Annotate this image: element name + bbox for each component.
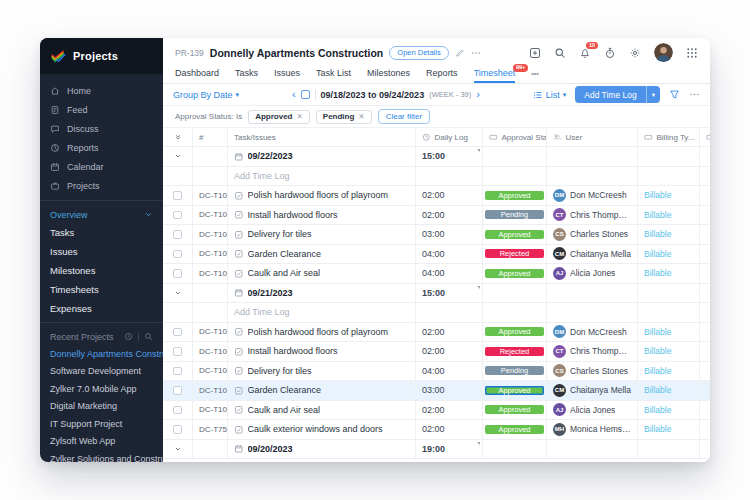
add-time-log-cell[interactable]: Add Time Log <box>228 303 416 322</box>
task-name[interactable]: Delivery for tiles <box>248 366 312 376</box>
task-name[interactable]: Caulk exterior windows and doors <box>248 424 383 434</box>
daily-log-cell[interactable]: 04:00 <box>416 245 483 264</box>
sidebar-item-expenses[interactable]: Expenses <box>40 299 163 318</box>
add-time-log-row[interactable]: Add Time Log <box>163 167 710 187</box>
plus-icon[interactable] <box>529 47 541 59</box>
tabs-more-icon[interactable]: ••• <box>531 70 538 83</box>
remove-chip-icon[interactable]: ✕ <box>358 112 364 121</box>
filter-icon[interactable] <box>669 89 680 100</box>
column-header-user[interactable]: User <box>547 128 638 146</box>
task-name[interactable]: Garden Clearance <box>248 249 322 259</box>
daily-log-cell[interactable]: 02:00 <box>416 420 483 439</box>
approval-status-chip[interactable]: Approved <box>485 386 544 395</box>
sidebar-item-feed[interactable]: Feed <box>40 100 163 119</box>
billing-type[interactable]: Billable <box>644 327 671 337</box>
user-avatar[interactable] <box>654 43 673 62</box>
sidebar-item-home[interactable]: Home <box>40 81 163 100</box>
column-header-task[interactable]: Task/Issues <box>228 128 416 146</box>
approval-status-chip[interactable]: Approved <box>485 425 544 434</box>
column-header-approval-status[interactable]: Approval Status <box>483 128 547 146</box>
billing-type[interactable]: Billable <box>644 346 671 356</box>
daily-log-cell[interactable]: 02:00 <box>416 206 483 225</box>
daily-log-cell[interactable]: 04:00 <box>416 264 483 283</box>
sidebar-section-overview[interactable]: Overview <box>40 206 163 223</box>
next-week-icon[interactable]: › <box>476 89 480 100</box>
row-checkbox[interactable] <box>173 191 182 200</box>
billing-type[interactable]: Billable <box>644 405 671 415</box>
recent-project-item[interactable]: Donnelly Apartments Construction <box>40 345 163 363</box>
row-checkbox[interactable] <box>173 269 182 278</box>
column-header-daily-log[interactable]: Daily Log <box>416 128 483 146</box>
task-name[interactable]: Polish hardwood floors of playroom <box>248 327 389 337</box>
billing-type[interactable]: Billable <box>644 366 671 376</box>
sidebar-item-issues[interactable]: Issues <box>40 242 163 261</box>
search-icon[interactable] <box>554 47 566 59</box>
view-selector[interactable]: List▾ <box>533 90 567 100</box>
timer-icon[interactable] <box>604 47 616 59</box>
tab-reports[interactable]: Reports <box>426 68 458 83</box>
task-name[interactable]: Polish hardwood floors of playroom <box>248 190 389 200</box>
recent-project-item[interactable]: Digital Marketing <box>40 398 163 416</box>
row-checkbox[interactable] <box>173 406 182 415</box>
billing-type[interactable]: Billable <box>644 268 671 278</box>
add-time-log-cell[interactable]: Add Time Log <box>228 167 416 186</box>
recent-clock-icon[interactable] <box>124 332 133 341</box>
billing-type[interactable]: Billable <box>644 229 671 239</box>
add-time-log-dropdown[interactable]: ▾ <box>646 86 660 103</box>
sidebar-item-calendar[interactable]: Calendar <box>40 157 163 176</box>
filter-chip-pending[interactable]: Pending✕ <box>316 110 372 124</box>
tab-issues[interactable]: Issues <box>274 68 300 83</box>
approval-status-chip[interactable]: Rejected <box>485 249 544 258</box>
billing-type[interactable]: Billable <box>644 249 671 259</box>
date-range[interactable]: 09/18/2023 to 09/24/2023 <box>321 90 425 100</box>
daily-log-cell[interactable]: 02:00 <box>416 323 483 342</box>
billing-type[interactable]: Billable <box>644 385 671 395</box>
sidebar-item-discuss[interactable]: Discuss <box>40 119 163 138</box>
tab-timesheet[interactable]: Timesheet99+ <box>474 68 516 83</box>
apps-grid-icon[interactable] <box>686 47 698 59</box>
daily-log-cell[interactable]: 02:00 <box>416 401 483 420</box>
billing-type[interactable]: Billable <box>644 424 671 434</box>
row-checkbox[interactable] <box>173 425 182 434</box>
group-by-dropdown[interactable]: Group By Date▾ <box>173 90 239 100</box>
edit-icon[interactable] <box>455 48 465 58</box>
approval-status-chip[interactable]: Rejected <box>485 347 544 356</box>
add-time-log-row[interactable]: Add Time Log <box>163 303 710 323</box>
row-checkbox[interactable] <box>173 250 182 259</box>
column-header-id[interactable]: # <box>193 128 228 146</box>
tab-tasks[interactable]: Tasks <box>235 68 258 83</box>
recent-project-item[interactable]: Zylker Solutions and Construction <box>40 450 163 462</box>
approval-status-chip[interactable]: Approved <box>485 230 544 239</box>
approval-status-chip[interactable]: Approved <box>485 327 544 336</box>
row-checkbox[interactable] <box>173 230 182 239</box>
task-name[interactable]: Garden Clearance <box>248 385 322 395</box>
sidebar-item-tasks[interactable]: Tasks <box>40 223 163 242</box>
recent-project-item[interactable]: Zylsoft Web App <box>40 433 163 451</box>
row-checkbox[interactable] <box>173 211 182 220</box>
approval-status-chip[interactable]: Pending <box>485 210 544 219</box>
collapse-all-icon[interactable] <box>174 133 182 141</box>
remove-chip-icon[interactable]: ✕ <box>297 112 303 121</box>
tab-milestones[interactable]: Milestones <box>367 68 410 83</box>
daily-log-cell[interactable]: 03:00 <box>416 225 483 244</box>
task-name[interactable]: Delivery for tiles <box>248 229 312 239</box>
bell-icon[interactable]: 10 <box>579 47 591 59</box>
column-header-billing-type[interactable]: Billing Ty... <box>638 128 700 146</box>
approval-status-chip[interactable]: Approved <box>485 191 544 200</box>
recent-project-item[interactable]: Zylker 7.0 Mobile App <box>40 380 163 398</box>
add-time-log-button[interactable]: Add Time Log ▾ <box>575 86 660 103</box>
daily-log-cell[interactable]: 02:00 <box>416 342 483 361</box>
task-name[interactable]: Caulk and Air seal <box>248 268 321 278</box>
approval-status-chip[interactable]: Pending <box>485 366 544 375</box>
tab-dashboard[interactable]: Dashboard <box>175 68 219 83</box>
prev-week-icon[interactable]: ‹ <box>292 89 296 100</box>
tab-task-list[interactable]: Task List <box>316 68 351 83</box>
approval-status-chip[interactable]: Approved <box>485 269 544 278</box>
gear-icon[interactable] <box>629 47 641 59</box>
billing-type[interactable]: Billable <box>644 210 671 220</box>
row-checkbox[interactable] <box>173 386 182 395</box>
open-details-button[interactable]: Open Details <box>389 46 448 60</box>
billing-type[interactable]: Billable <box>644 190 671 200</box>
column-header-notes[interactable]: N <box>700 128 710 146</box>
task-name[interactable]: Install hardwood floors <box>248 210 338 220</box>
